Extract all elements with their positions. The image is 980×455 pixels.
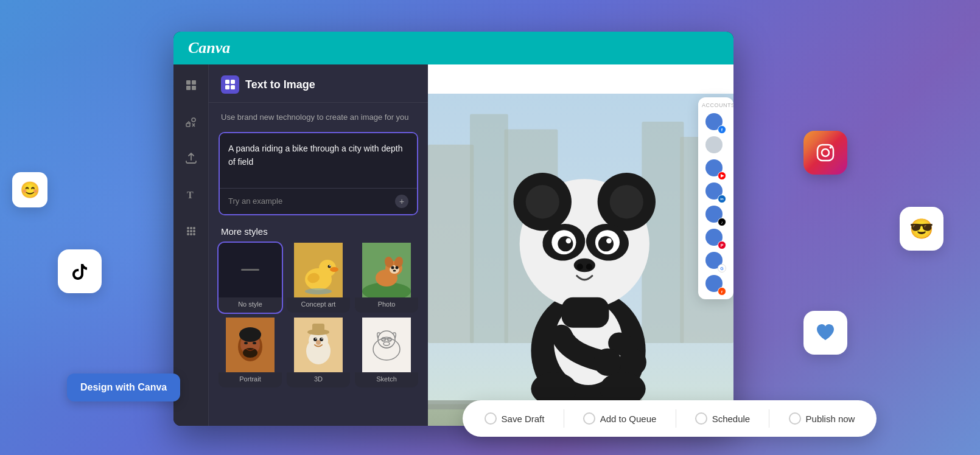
try-example-row[interactable]: Try an example + bbox=[220, 188, 417, 214]
instagram-float-icon bbox=[803, 131, 847, 175]
svg-rect-1 bbox=[192, 80, 196, 85]
style-card-portrait[interactable]: Portrait bbox=[219, 318, 282, 387]
prompt-inner: A panda riding a bike through a city wit… bbox=[220, 133, 417, 188]
panda-scene bbox=[428, 94, 733, 426]
svg-point-13 bbox=[187, 233, 189, 235]
canvas-top-bar bbox=[428, 64, 733, 94]
svg-point-36 bbox=[396, 266, 399, 269]
svg-rect-2 bbox=[186, 86, 191, 90]
queue-radio[interactable] bbox=[583, 412, 595, 425]
style-thumb-portrait bbox=[219, 318, 282, 372]
prompt-wrapper[interactable]: A panda riding a bike through a city wit… bbox=[219, 132, 418, 215]
svg-rect-55 bbox=[362, 318, 411, 372]
svg-point-52 bbox=[316, 340, 321, 345]
style-thumb-concept-art bbox=[287, 243, 350, 297]
account-item-google[interactable]: G bbox=[702, 251, 729, 273]
svg-rect-19 bbox=[231, 85, 235, 89]
svg-point-41 bbox=[244, 342, 248, 344]
facebook-badge: f bbox=[718, 125, 726, 134]
svg-rect-0 bbox=[186, 80, 191, 85]
sunglasses-float-card: 😎 bbox=[900, 207, 943, 251]
tiktok-badge: ♪ bbox=[718, 218, 726, 226]
schedule-radio[interactable] bbox=[695, 412, 707, 425]
panda-svg bbox=[428, 94, 733, 426]
panel-header: Text to Image bbox=[209, 64, 428, 103]
sunglasses-emoji: 😎 bbox=[909, 217, 934, 240]
svg-rect-63 bbox=[470, 114, 508, 343]
style-card-sketch[interactable]: Sketch bbox=[355, 318, 418, 387]
svg-point-113 bbox=[830, 147, 832, 149]
svg-text:T: T bbox=[187, 190, 194, 200]
svg-point-7 bbox=[187, 227, 189, 229]
linkedin-badge: in bbox=[718, 195, 726, 203]
left-panel: Text to Image Use brand new technology t… bbox=[209, 64, 428, 426]
style-card-no-style[interactable]: No style bbox=[219, 243, 282, 313]
canvas-area: ACCOUNTS f bbox=[428, 64, 733, 426]
svg-point-27 bbox=[305, 288, 332, 294]
styles-grid: No style bbox=[209, 243, 428, 387]
svg-point-106 bbox=[577, 263, 583, 269]
svg-point-12 bbox=[193, 230, 195, 232]
svg-point-105 bbox=[574, 259, 595, 273]
svg-point-104 bbox=[606, 238, 612, 243]
svg-point-10 bbox=[187, 230, 189, 232]
publish-option-publish-now[interactable]: Publish now bbox=[789, 412, 855, 425]
panel-title: Text to Image bbox=[245, 78, 315, 91]
account-item-linkedin[interactable]: in bbox=[702, 181, 729, 203]
svg-point-90 bbox=[619, 349, 646, 376]
sidebar-icon-apps[interactable] bbox=[180, 220, 202, 242]
svg-point-95 bbox=[526, 185, 559, 218]
heart-icon bbox=[814, 322, 836, 344]
save-draft-radio[interactable] bbox=[485, 412, 497, 425]
instagram-svg bbox=[814, 141, 837, 164]
sidebar-icon-upload[interactable] bbox=[180, 147, 202, 169]
publish-option-schedule[interactable]: Schedule bbox=[695, 412, 751, 425]
svg-rect-18 bbox=[225, 85, 229, 89]
svg-rect-62 bbox=[428, 145, 474, 343]
account-item-unselected[interactable] bbox=[702, 135, 729, 157]
svg-point-37 bbox=[393, 269, 396, 271]
publish-option-queue[interactable]: Add to Queue bbox=[583, 412, 657, 425]
svg-point-42 bbox=[253, 342, 256, 344]
design-with-canva-button[interactable]: Design with Canva bbox=[67, 373, 180, 401]
svg-point-91 bbox=[593, 349, 621, 376]
style-card-3d[interactable]: 3D bbox=[287, 318, 350, 387]
svg-point-101 bbox=[558, 236, 573, 251]
svg-point-112 bbox=[822, 149, 829, 156]
editor-layout: T bbox=[173, 64, 733, 426]
account-item-reddit[interactable]: r bbox=[702, 274, 729, 296]
tiktok-float-card bbox=[58, 249, 102, 293]
style-card-concept-art[interactable]: Concept art bbox=[287, 243, 350, 313]
account-item-youtube[interactable]: ▶ bbox=[702, 158, 729, 180]
try-example-plus-btn[interactable]: + bbox=[395, 195, 408, 208]
publish-now-label: Publish now bbox=[806, 414, 855, 424]
svg-point-14 bbox=[190, 233, 192, 235]
try-example-label: Try an example bbox=[228, 196, 282, 206]
svg-rect-16 bbox=[225, 80, 229, 84]
sidebar-icon-text[interactable]: T bbox=[180, 184, 202, 206]
pinterest-badge: P bbox=[718, 241, 726, 249]
schedule-label: Schedule bbox=[712, 414, 751, 424]
svg-point-44 bbox=[243, 348, 257, 358]
sidebar-icon-grid[interactable] bbox=[180, 74, 202, 96]
publish-now-radio[interactable] bbox=[789, 412, 801, 425]
more-styles-label: More styles bbox=[209, 215, 428, 243]
publish-option-save-draft[interactable]: Save Draft bbox=[485, 412, 545, 425]
reddit-badge: r bbox=[718, 287, 726, 296]
svg-point-48 bbox=[313, 338, 317, 341]
accounts-panel: ACCOUNTS f bbox=[698, 97, 733, 299]
svg-point-15 bbox=[193, 233, 195, 235]
account-item-pinterest[interactable]: P bbox=[702, 228, 729, 249]
svg-rect-3 bbox=[192, 86, 196, 90]
style-thumb-photo bbox=[355, 243, 418, 297]
sidebar-icon-shapes[interactable] bbox=[180, 111, 202, 133]
account-item-facebook[interactable]: f bbox=[702, 112, 729, 134]
text-to-image-icon bbox=[221, 75, 239, 94]
account-item-tiktok[interactable]: ♪ bbox=[702, 204, 729, 226]
svg-rect-5 bbox=[186, 123, 190, 127]
style-card-photo[interactable]: Photo bbox=[355, 243, 418, 313]
style-label-concept-art: Concept art bbox=[287, 297, 350, 313]
smiley-emoji: 😊 bbox=[20, 181, 40, 200]
svg-point-50 bbox=[315, 338, 317, 339]
style-thumb-sketch bbox=[355, 318, 418, 372]
